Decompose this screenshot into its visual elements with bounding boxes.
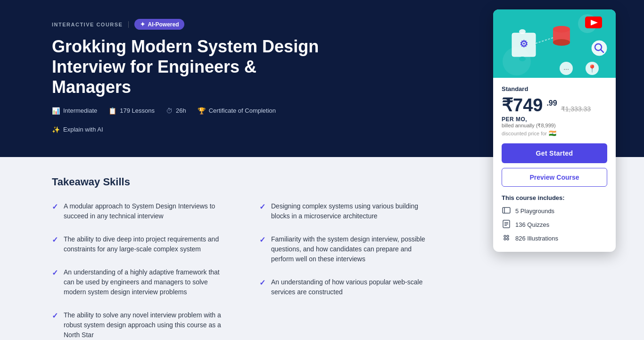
playgrounds-text: 5 Playgrounds [515, 207, 554, 215]
meta-row: 📊 Intermediate 📋 179 Lessons ⏱ 26h 🏆 Cer… [52, 107, 325, 133]
meta-item-duration: ⏱ 26h [166, 107, 186, 115]
skill-item: ✓ The ability to solve any novel intervi… [52, 310, 259, 340]
get-started-button[interactable]: Get Started [502, 143, 607, 163]
explain-ai-icon: ✨ [52, 126, 60, 133]
svg-point-30 [504, 238, 506, 240]
plan-label: Standard [502, 85, 607, 92]
meta-item-level: 📊 Intermediate [52, 107, 97, 115]
india-flag-icon: 🇮🇳 [549, 130, 556, 137]
preview-course-button[interactable]: Preview Course [502, 168, 607, 187]
quizzes-text: 136 Quizzes [515, 221, 549, 228]
check-icon: ✓ [259, 278, 265, 287]
includes-list: 5 Playgrounds 136 Quizzes [502, 206, 607, 243]
svg-point-11 [553, 26, 570, 33]
lessons-icon: 📋 [108, 107, 116, 115]
ai-badge-icon: ✦ [140, 21, 145, 28]
skill-item: ✓ The ability to dive deep into project … [52, 234, 259, 254]
skill-item: ✓ An understanding of how various popula… [259, 277, 467, 297]
meta-item-certificate: 🏆 Certificate of Completion [198, 107, 276, 115]
svg-rect-22 [503, 207, 510, 213]
check-icon: ✓ [52, 202, 58, 211]
svg-point-15 [592, 41, 607, 56]
header-section: INTERACTIVE COURSE ✦ AI-Powered Grokking… [0, 0, 644, 157]
includes-item-illustrations: 826 Illustrations [502, 233, 607, 243]
interactive-label: INTERACTIVE COURSE [52, 22, 123, 27]
svg-point-31 [507, 238, 509, 240]
meta-lessons: 179 Lessons [120, 107, 155, 114]
discounted-price: discounted price for 🇮🇳 [502, 130, 607, 137]
skill-text: An understanding of a highly adaptive fr… [64, 267, 224, 297]
card-body: Standard ₹749 .99 ₹1,333.33 PER MO, bill… [493, 78, 616, 252]
course-title: Grokking Modern System Design Interview … [52, 36, 325, 98]
skills-col-right: ✓ Designing complex systems using variou… [259, 201, 467, 340]
card-image: ⚙ 📍 ··· [493, 9, 616, 78]
header-content: INTERACTIVE COURSE ✦ AI-Powered Grokking… [52, 19, 476, 133]
svg-point-29 [507, 235, 509, 237]
meta-item-lessons: 📋 179 Lessons [108, 107, 155, 115]
price-original: ₹1,333.33 [561, 105, 591, 113]
check-icon: ✓ [52, 268, 58, 277]
includes-item-playgrounds: 5 Playgrounds [502, 206, 607, 216]
skill-item: ✓ Familiarity with the system design int… [259, 234, 467, 264]
billed-annually: billed annually (₹8,999) [502, 123, 607, 129]
check-icon: ✓ [259, 235, 265, 244]
course-card: ⚙ 📍 ··· [493, 9, 616, 252]
quizzes-icon [502, 220, 511, 230]
skills-col-left: ✓ A modular approach to System Design In… [52, 201, 259, 340]
skills-grid: ✓ A modular approach to System Design In… [52, 201, 467, 340]
level-icon: 📊 [52, 107, 60, 115]
ai-badge-label: AI-Powered [148, 21, 179, 28]
svg-rect-6 [519, 57, 526, 61]
illustrations-icon [502, 233, 511, 243]
check-icon: ✓ [52, 311, 58, 320]
meta-item-ai: ✨ Explain with AI [52, 126, 103, 133]
svg-point-28 [504, 235, 506, 237]
duration-icon: ⏱ [166, 107, 173, 115]
skill-text: An understanding of how various popular … [271, 277, 431, 297]
check-icon: ✓ [259, 202, 265, 211]
per-mo-label: PER MO, [502, 116, 607, 123]
illustrations-text: 826 Illustrations [515, 235, 558, 242]
playgrounds-icon [502, 206, 511, 216]
price-symbol: ₹ [502, 95, 513, 115]
price-cents: .99 [546, 99, 557, 108]
svg-text:⚙: ⚙ [520, 39, 528, 49]
price-main: ₹749 [502, 96, 543, 114]
svg-text:📍: 📍 [587, 64, 597, 73]
meta-explain-ai: Explain with AI [63, 126, 103, 133]
check-icon: ✓ [52, 235, 58, 244]
discounted-label: discounted price for [502, 131, 547, 136]
badge-row: INTERACTIVE COURSE ✦ AI-Powered [52, 19, 325, 30]
ai-badge: ✦ AI-Powered [134, 19, 184, 30]
skill-text: Designing complex systems using various … [271, 201, 431, 221]
meta-level: Intermediate [63, 107, 97, 114]
skill-text: A modular approach to System Design Inte… [64, 201, 224, 221]
skill-item: ✓ Designing complex systems using variou… [259, 201, 467, 221]
certificate-icon: 🏆 [198, 107, 206, 115]
divider [128, 21, 129, 28]
meta-certificate: Certificate of Completion [209, 107, 276, 114]
price-whole: 749 [513, 95, 543, 115]
svg-point-10 [553, 39, 570, 46]
price-row: ₹749 .99 ₹1,333.33 [502, 96, 607, 114]
skill-item: ✓ A modular approach to System Design In… [52, 201, 259, 221]
svg-rect-4 [519, 29, 526, 34]
includes-title: This course includes: [502, 194, 607, 201]
skill-text: The ability to solve any novel interview… [64, 310, 224, 340]
svg-text:···: ··· [563, 65, 569, 73]
skill-item: ✓ An understanding of a highly adaptive … [52, 267, 259, 297]
skill-text: The ability to dive deep into project re… [64, 234, 224, 254]
skill-text: Familiarity with the system design inter… [271, 234, 431, 264]
meta-duration: 26h [176, 107, 186, 114]
includes-item-quizzes: 136 Quizzes [502, 220, 607, 230]
